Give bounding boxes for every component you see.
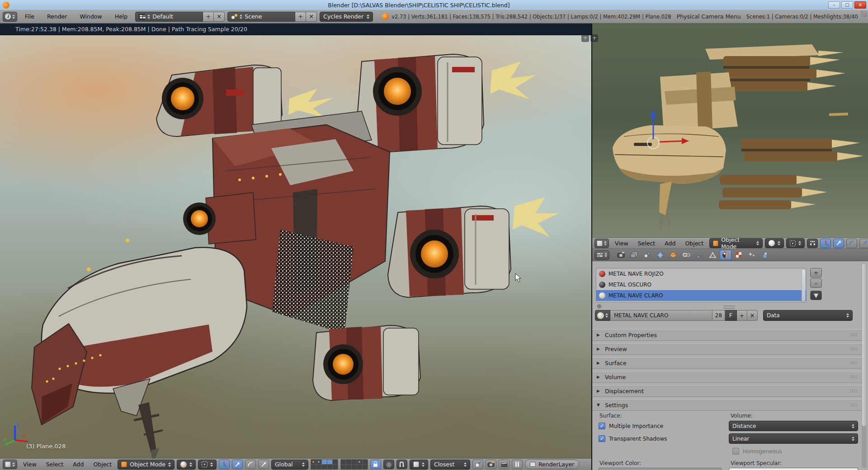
mode-dropdown[interactable]: Object Mode bbox=[118, 460, 175, 470]
material-name-field[interactable]: METAL NAVE CLARO bbox=[610, 310, 712, 321]
snap-target-button[interactable] bbox=[472, 460, 483, 469]
add-material-slot-button[interactable]: + bbox=[810, 268, 822, 277]
menu-view[interactable]: View bbox=[19, 461, 40, 468]
render-result-view[interactable]: Time:27:52.38 | Mem:208.85M, Peak:208.85… bbox=[0, 24, 591, 458]
viewport-shading-dropdown[interactable] bbox=[765, 238, 784, 248]
layers-group-2[interactable] bbox=[340, 459, 368, 470]
snap-mode-dropdown[interactable]: Closest bbox=[430, 460, 470, 470]
panel-settings[interactable]: ▼ Settings bbox=[592, 399, 862, 411]
tab-object-data[interactable] bbox=[707, 250, 718, 260]
menu-view[interactable]: View bbox=[611, 240, 632, 247]
material-specials-menu-button[interactable]: ▼ bbox=[810, 291, 822, 300]
transparent-shadows-checkbox[interactable]: ✓ bbox=[599, 435, 605, 442]
viewport-3d[interactable] bbox=[592, 24, 868, 237]
material-slot-row[interactable]: METAL NAVE ROJIZO bbox=[596, 268, 806, 279]
panel-custom-properties[interactable]: ▶ Custom Properties bbox=[592, 329, 862, 341]
menu-select[interactable]: Select bbox=[634, 240, 659, 247]
panel-volume[interactable]: ▶ Volume bbox=[592, 371, 862, 383]
editor-type-button-3dview[interactable] bbox=[594, 239, 609, 248]
pause-button[interactable] bbox=[512, 460, 523, 469]
list-scrollbar[interactable] bbox=[802, 269, 806, 301]
manipulator-rotate-button[interactable] bbox=[846, 239, 857, 248]
manipulator-scale-button[interactable] bbox=[258, 460, 269, 469]
add-slot-mini-icon[interactable]: ⊕ bbox=[597, 303, 602, 310]
pivot-point-dropdown[interactable] bbox=[786, 238, 805, 248]
tab-render-layers[interactable] bbox=[628, 250, 640, 260]
unlink-material-button[interactable]: ✕ bbox=[747, 310, 758, 321]
material-link-dropdown[interactable]: Data bbox=[763, 310, 853, 321]
render-still-button[interactable] bbox=[486, 460, 496, 469]
scene-dropdown[interactable]: Scene bbox=[227, 12, 295, 22]
snap-together-button[interactable] bbox=[807, 239, 818, 248]
properties-scrollbar[interactable] bbox=[862, 263, 867, 468]
volume-sampling-dropdown[interactable]: Distance bbox=[729, 421, 858, 431]
mode-dropdown[interactable]: Object Mode bbox=[709, 238, 763, 248]
editor-type-button-3dview[interactable] bbox=[3, 460, 17, 469]
pivot-point-dropdown[interactable] bbox=[198, 460, 217, 470]
maximize-button[interactable]: □ bbox=[841, 1, 853, 9]
menu-add[interactable]: Add bbox=[69, 461, 87, 468]
tab-particles[interactable] bbox=[746, 250, 758, 260]
add-layout-button[interactable]: + bbox=[203, 12, 214, 22]
menu-object[interactable]: Object bbox=[90, 461, 115, 468]
viewport-specular-swatch[interactable] bbox=[729, 468, 858, 470]
multiple-importance-checkbox[interactable]: ✓ bbox=[599, 423, 605, 429]
viewport-shading-dropdown[interactable] bbox=[177, 460, 196, 470]
delete-layout-button[interactable]: ✕ bbox=[214, 12, 225, 22]
tab-scene[interactable] bbox=[641, 250, 653, 260]
lock-to-scene-button[interactable] bbox=[370, 460, 381, 469]
tab-render[interactable] bbox=[615, 250, 627, 260]
panel-preview[interactable]: ▶ Preview bbox=[592, 343, 862, 355]
menu-object[interactable]: Object bbox=[681, 240, 707, 247]
menu-window[interactable]: Window bbox=[75, 13, 107, 20]
close-button[interactable]: × bbox=[854, 1, 866, 9]
render-engine-dropdown[interactable]: Cycles Render bbox=[320, 12, 373, 22]
material-users-count[interactable]: 28 bbox=[712, 310, 725, 321]
menu-render[interactable]: Render bbox=[42, 13, 72, 20]
tab-world[interactable] bbox=[654, 250, 666, 260]
new-material-button[interactable]: + bbox=[737, 310, 747, 321]
fake-user-button[interactable]: F bbox=[725, 310, 737, 321]
material-slot-row[interactable]: METAL OSCURO bbox=[596, 279, 806, 290]
panel-drag-grip[interactable] bbox=[850, 389, 857, 393]
panel-surface[interactable]: ▶ Surface bbox=[592, 357, 862, 369]
snap-toggle-button[interactable] bbox=[396, 460, 407, 469]
tab-texture[interactable] bbox=[733, 250, 745, 260]
material-slot-row-selected[interactable]: METAL NAVE CLARO bbox=[596, 290, 806, 301]
volume-interpolation-dropdown[interactable]: Linear bbox=[729, 433, 858, 444]
menu-select[interactable]: Select bbox=[42, 461, 67, 468]
tab-physics[interactable] bbox=[759, 250, 771, 260]
expand-region-plus-icon[interactable]: + bbox=[581, 34, 589, 42]
browse-material-button[interactable] bbox=[595, 310, 610, 321]
manipulator-scale-button[interactable] bbox=[859, 239, 868, 248]
manipulator-toggle-button[interactable] bbox=[820, 239, 831, 248]
tab-constraints[interactable] bbox=[680, 250, 692, 260]
tab-material[interactable] bbox=[720, 250, 731, 260]
menu-add[interactable]: Add bbox=[661, 240, 679, 247]
menu-file[interactable]: File bbox=[20, 13, 39, 20]
render-layer-button[interactable]: RenderLayer bbox=[525, 460, 579, 469]
panel-displacement[interactable]: ▶ Displacement bbox=[592, 385, 862, 397]
homogeneous-checkbox[interactable] bbox=[732, 448, 739, 455]
layers-group-1[interactable] bbox=[311, 459, 338, 470]
editor-type-button-properties[interactable] bbox=[594, 250, 609, 260]
manipulator-rotate-button[interactable] bbox=[245, 460, 256, 469]
manipulator-translate-button[interactable] bbox=[232, 460, 243, 469]
panel-drag-grip[interactable] bbox=[850, 347, 857, 351]
panel-drag-grip[interactable] bbox=[850, 403, 857, 407]
add-scene-button[interactable]: + bbox=[295, 12, 306, 22]
manipulator-translate-button[interactable] bbox=[833, 239, 844, 248]
panel-drag-grip[interactable] bbox=[850, 333, 857, 337]
minimize-button[interactable]: – bbox=[828, 1, 840, 9]
render-animation-button[interactable] bbox=[499, 460, 509, 469]
expand-region-plus-icon[interactable]: + bbox=[590, 34, 598, 42]
physical-camera-menu[interactable]: Physical Camera Menu bbox=[677, 13, 741, 20]
transform-orientation-dropdown[interactable]: Global bbox=[271, 460, 308, 470]
panel-drag-grip[interactable] bbox=[850, 361, 857, 365]
list-resize-grip[interactable] bbox=[723, 306, 735, 309]
menu-help[interactable]: Help bbox=[110, 13, 133, 20]
area-resize-grip[interactable] bbox=[861, 11, 867, 17]
snap-element-dropdown[interactable] bbox=[410, 460, 428, 470]
delete-scene-button[interactable]: ✕ bbox=[306, 12, 317, 22]
tab-modifiers[interactable] bbox=[693, 250, 705, 260]
